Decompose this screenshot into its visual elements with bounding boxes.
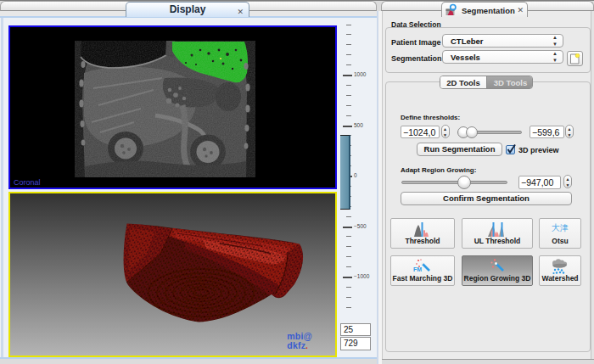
svg-text:FM: FM [413,266,422,272]
